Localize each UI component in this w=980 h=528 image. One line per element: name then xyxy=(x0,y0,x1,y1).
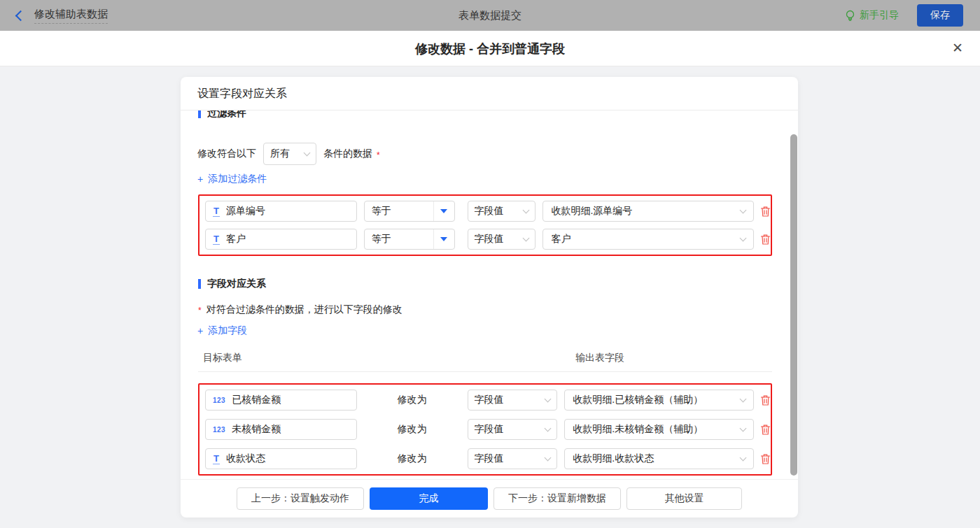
chevron-down-icon xyxy=(545,395,552,402)
filter-value-type: 字段值 xyxy=(475,205,504,217)
mapping-value-type-select[interactable]: 字段值 xyxy=(468,419,558,440)
panel-footer: 上一步：设置触发动作 完成 下一步：设置新增数据 其他设置 xyxy=(181,479,798,518)
number-field-icon: 123 xyxy=(213,426,225,434)
vertical-scrollbar[interactable] xyxy=(790,134,797,476)
filter-value-select[interactable]: 客户 xyxy=(542,229,754,250)
add-filter-condition-link[interactable]: + 添加过滤条件 xyxy=(197,173,267,185)
chevron-down-icon xyxy=(304,149,311,156)
delete-row-icon[interactable] xyxy=(760,206,771,217)
mapping-value-type: 字段值 xyxy=(475,423,504,436)
match-mode-value: 所有 xyxy=(270,148,290,160)
beginner-guide-link[interactable]: 新手引导 xyxy=(845,9,899,22)
mapping-value-type: 字段值 xyxy=(475,394,504,406)
filter-operator-select[interactable]: 等于 xyxy=(364,201,455,222)
prev-step-button[interactable]: 上一步：设置触发动作 xyxy=(237,487,364,510)
mapping-value-type-select[interactable]: 字段值 xyxy=(468,448,558,469)
caret-zone[interactable] xyxy=(433,229,454,249)
mapping-row: T 收款状态 修改为 字段值 收款明细.收款状态 xyxy=(205,448,771,469)
match-condition-row: 修改符合以下 所有 条件的数据 * xyxy=(197,143,798,165)
target-field-label: 已核销金额 xyxy=(232,394,281,406)
target-field-select[interactable]: 123 未核销金额 xyxy=(205,419,357,440)
section-bar-icon xyxy=(198,110,201,118)
delete-row-icon[interactable] xyxy=(760,424,771,436)
mapping-description: 对符合过滤条件的数据，进行以下字段的修改 xyxy=(206,304,402,316)
filter-field-label: 客户 xyxy=(226,233,246,245)
modify-to-label: 修改为 xyxy=(357,394,468,406)
add-field-label: 添加字段 xyxy=(208,324,247,337)
panel-scroll-area[interactable]: 过滤条件 修改符合以下 所有 条件的数据 * + 添加过滤条件 T 源单编号 xyxy=(181,110,798,479)
match-mode-select[interactable]: 所有 xyxy=(263,143,316,165)
filter-field-label: 源单编号 xyxy=(226,205,265,217)
target-field-label: 未核销金额 xyxy=(232,423,281,436)
filter-operator-value: 等于 xyxy=(372,205,391,217)
filter-value: 客户 xyxy=(551,233,570,245)
page-title: 表单数据提交 xyxy=(0,9,980,22)
flow-name-label[interactable]: 修改辅助表数据 xyxy=(34,8,108,24)
close-icon[interactable]: ✕ xyxy=(952,40,963,57)
chevron-down-icon xyxy=(523,206,530,213)
target-field-select[interactable]: 123 已核销金额 xyxy=(205,390,357,411)
text-field-icon: T xyxy=(213,234,220,245)
caret-zone[interactable] xyxy=(433,201,454,221)
mapping-description-row: * 对符合过滤条件的数据，进行以下字段的修改 xyxy=(198,304,798,316)
top-bar: 表单数据提交 修改辅助表数据 新手引导 保存 xyxy=(0,0,980,31)
mapping-value: 收款明细.收款状态 xyxy=(573,452,654,465)
chevron-down-icon xyxy=(740,206,747,213)
filter-row: T 客户 等于 字段值 客户 xyxy=(205,229,771,250)
modify-to-label: 修改为 xyxy=(357,452,468,465)
delete-row-icon[interactable] xyxy=(760,394,771,406)
filter-value: 收款明细.源单编号 xyxy=(551,205,632,217)
filter-field-select[interactable]: T 客户 xyxy=(205,229,357,250)
filter-section-title: 过滤条件 xyxy=(207,110,246,120)
filter-value-type-select[interactable]: 字段值 xyxy=(468,201,536,222)
mapping-value-type-select[interactable]: 字段值 xyxy=(468,390,558,411)
done-button[interactable]: 完成 xyxy=(370,487,488,510)
chevron-down-icon xyxy=(523,234,530,241)
plus-icon: + xyxy=(197,325,203,336)
filter-value-type: 字段值 xyxy=(475,233,504,245)
target-form-column-header: 目标表单 xyxy=(203,352,242,364)
beginner-guide-label: 新手引导 xyxy=(860,9,899,22)
chevron-down-icon xyxy=(545,424,552,431)
filter-value-select[interactable]: 收款明细.源单编号 xyxy=(542,201,754,222)
section-bar-icon xyxy=(198,279,201,289)
mapping-value-select[interactable]: 收款明细.未核销金额（辅助） xyxy=(564,419,754,440)
filter-field-select[interactable]: T 源单编号 xyxy=(205,201,357,222)
mapping-section-header: 字段对应关系 xyxy=(198,278,798,290)
delete-row-icon[interactable] xyxy=(760,234,771,245)
filter-rows-highlight-box: T 源单编号 等于 字段值 收款明细.源单编号 xyxy=(198,194,772,256)
mapping-value-select[interactable]: 收款明细.收款状态 xyxy=(564,448,754,469)
chevron-down-icon xyxy=(740,424,747,431)
add-filter-condition-label: 添加过滤条件 xyxy=(208,173,267,185)
field-mapping-panel: 设置字段对应关系 过滤条件 修改符合以下 所有 条件的数据 * + 添加过滤条件 xyxy=(181,77,798,518)
panel-title: 设置字段对应关系 xyxy=(181,77,798,110)
next-step-button[interactable]: 下一步：设置新增数据 xyxy=(493,487,621,510)
modal-title: 修改数据 - 合并到普通字段 xyxy=(0,41,980,57)
mapping-section-title: 字段对应关系 xyxy=(207,278,266,290)
filter-value-type-select[interactable]: 字段值 xyxy=(468,229,536,250)
match-prefix-label: 修改符合以下 xyxy=(197,148,256,160)
add-field-link[interactable]: + 添加字段 xyxy=(197,324,247,337)
output-field-column-header: 输出表字段 xyxy=(575,352,624,364)
modal-header: 修改数据 - 合并到普通字段 ✕ xyxy=(0,31,980,66)
delete-row-icon[interactable] xyxy=(760,453,771,465)
mapping-value: 收款明细.未核销金额（辅助） xyxy=(573,423,703,436)
save-button[interactable]: 保存 xyxy=(917,4,963,27)
mapping-value: 收款明细.已核销金额（辅助） xyxy=(573,394,703,406)
caret-down-icon xyxy=(440,237,447,241)
mapping-value-type: 字段值 xyxy=(475,452,504,465)
other-settings-button[interactable]: 其他设置 xyxy=(626,487,742,510)
text-field-icon: T xyxy=(213,206,220,217)
filter-section-header: 过滤条件 xyxy=(198,110,798,120)
lightbulb-icon xyxy=(845,10,855,22)
number-field-icon: 123 xyxy=(213,397,225,404)
chevron-down-icon xyxy=(545,454,552,461)
column-divider xyxy=(198,371,772,372)
filter-operator-select[interactable]: 等于 xyxy=(364,229,455,250)
chevron-down-icon xyxy=(740,454,747,461)
target-field-label: 收款状态 xyxy=(226,452,265,465)
target-field-select[interactable]: T 收款状态 xyxy=(205,448,357,469)
mapping-value-select[interactable]: 收款明细.已核销金额（辅助） xyxy=(564,390,754,411)
modify-to-label: 修改为 xyxy=(357,423,468,436)
back-icon[interactable] xyxy=(15,10,27,22)
